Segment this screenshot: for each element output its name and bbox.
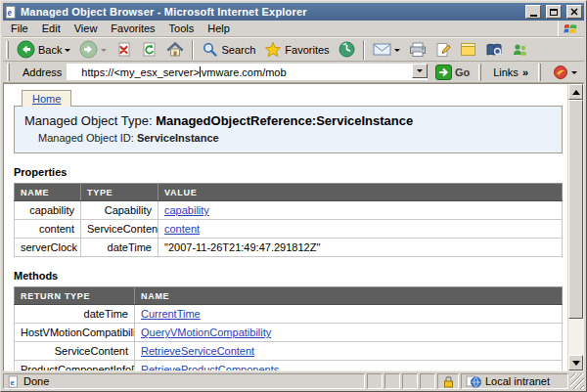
method-return-type-cell: HostVMotionCompatibility[]: [15, 324, 135, 342]
edit-button[interactable]: [431, 41, 455, 59]
addon-icon: [553, 65, 568, 80]
menu-tools[interactable]: Tools: [162, 22, 202, 35]
refresh-icon: [141, 41, 158, 58]
column-header-return-type: RETURN TYPE: [15, 287, 135, 305]
property-value-link[interactable]: content: [164, 223, 200, 235]
toolbar-grip[interactable]: [6, 41, 9, 59]
research-button[interactable]: [481, 41, 507, 59]
windows-flag-icon: [558, 21, 583, 36]
properties-table: NAME TYPE VALUE capability Capability ca…: [14, 183, 563, 257]
property-type-cell: dateTime: [81, 239, 158, 257]
close-button[interactable]: [566, 5, 582, 19]
go-button[interactable]: Go: [432, 65, 473, 80]
column-header-method-name: NAME: [135, 287, 563, 305]
status-pane: [402, 373, 418, 389]
links-button[interactable]: Links »: [489, 66, 532, 78]
discuss-button[interactable]: [456, 41, 480, 58]
addon-button[interactable]: [549, 64, 581, 81]
address-bar-grip[interactable]: [7, 64, 10, 81]
history-icon: [339, 41, 355, 58]
address-bar: Address https://<my_esx_server>vmware.co…: [3, 62, 584, 83]
menu-edit[interactable]: Edit: [35, 22, 68, 35]
minimize-button[interactable]: [525, 5, 541, 19]
links-chevron-icon: »: [522, 66, 528, 78]
arrow-up-icon: [572, 86, 580, 95]
chevron-down-icon: [417, 69, 423, 75]
go-icon: [435, 65, 452, 80]
edit-icon: [435, 42, 451, 58]
method-link[interactable]: RetrieveServiceContent: [141, 345, 254, 357]
menu-file[interactable]: File: [4, 22, 35, 35]
intranet-globe-icon: [466, 374, 481, 388]
history-button[interactable]: [335, 40, 359, 59]
address-input[interactable]: https://<my_esx_server>vmware.com/mob: [67, 64, 428, 80]
mail-dropdown-icon: [394, 49, 400, 55]
menu-help[interactable]: Help: [201, 22, 237, 35]
back-button[interactable]: Back: [13, 39, 74, 60]
home-tab-link[interactable]: Home: [22, 90, 71, 107]
print-button[interactable]: [405, 41, 430, 59]
method-link[interactable]: RetrieveProductComponents: [141, 364, 279, 370]
managed-object-id-line: Managed Object ID: ServiceInstance: [38, 132, 552, 144]
forward-button[interactable]: [75, 39, 111, 60]
method-name-cell: CurrentTime: [135, 305, 563, 324]
column-header-name: NAME: [15, 184, 81, 201]
scrollbar-track[interactable]: [568, 100, 583, 355]
status-pane: [384, 373, 400, 389]
table-row: content ServiceContent content: [15, 220, 563, 239]
property-value-link[interactable]: capability: [164, 204, 209, 216]
back-dropdown-icon: [65, 49, 70, 55]
method-link[interactable]: CurrentTime: [141, 308, 201, 320]
mail-button[interactable]: [369, 41, 404, 58]
scroll-up-button[interactable]: [568, 84, 583, 100]
arrow-down-icon: [572, 361, 580, 370]
methods-section-title: Methods: [14, 270, 563, 282]
properties-section-title: Properties: [14, 166, 563, 178]
managed-object-header: Managed Object Type: ManagedObjectRefere…: [14, 106, 563, 153]
method-link[interactable]: QueryVMotionCompatibility: [141, 327, 271, 338]
maximize-button[interactable]: [546, 5, 562, 19]
messenger-button[interactable]: [508, 41, 532, 59]
mob-page: Home Managed Object Type: ManagedObjectR…: [4, 84, 567, 370]
managed-object-type-label: Managed Object Type:: [24, 113, 153, 128]
property-value-cell: content: [158, 220, 563, 239]
refresh-button[interactable]: [137, 40, 161, 59]
browser-viewport: Home Managed Object Type: ManagedObjectR…: [3, 83, 584, 371]
window-resize-grip[interactable]: [570, 373, 584, 389]
close-icon: [570, 8, 578, 16]
messenger-icon: [512, 42, 528, 58]
scrollbar-thumb[interactable]: [568, 100, 583, 319]
managed-object-type-value: ManagedObjectReference:ServiceInstance: [156, 113, 413, 128]
standard-toolbar: Back Search Favorites: [3, 37, 584, 62]
stop-button[interactable]: [112, 40, 136, 59]
favorites-button[interactable]: Favorites: [260, 40, 333, 59]
methods-header-row: RETURN TYPE NAME: [15, 287, 563, 305]
address-dropdown-button[interactable]: [412, 64, 428, 78]
vertical-scrollbar[interactable]: [567, 84, 583, 370]
security-zone: Local intranet: [461, 373, 568, 389]
method-return-type-cell: dateTime: [15, 305, 135, 324]
search-button[interactable]: Search: [198, 40, 259, 59]
go-label: Go: [455, 66, 470, 78]
title-bar: e Managed Object Browser - Microsoft Int…: [3, 3, 584, 21]
method-name-cell: RetrieveServiceContent: [135, 342, 563, 361]
ie-page-icon: e: [8, 375, 20, 388]
menu-favorites[interactable]: Favorites: [104, 22, 161, 35]
property-value-cell: capability: [158, 201, 563, 220]
browser-window: e Managed Object Browser - Microsoft Int…: [0, 0, 587, 392]
menu-view[interactable]: View: [68, 22, 105, 35]
maximize-icon: [550, 9, 558, 16]
column-header-value: VALUE: [158, 184, 563, 201]
scroll-down-button[interactable]: [568, 355, 583, 370]
addon-grip[interactable]: [538, 64, 541, 81]
toolbar-separator: [192, 40, 194, 60]
managed-object-id-value: ServiceInstance: [137, 132, 219, 144]
methods-table: RETURN TYPE NAME dateTime CurrentTime Ho…: [14, 286, 563, 370]
links-grip[interactable]: [478, 64, 481, 81]
managed-object-id-label: Managed Object ID:: [38, 132, 134, 144]
method-return-type-cell: ServiceContent: [15, 342, 135, 361]
status-pane: [420, 373, 435, 389]
home-button[interactable]: [162, 40, 188, 59]
back-label: Back: [38, 44, 62, 56]
properties-header-row: NAME TYPE VALUE: [15, 184, 563, 201]
